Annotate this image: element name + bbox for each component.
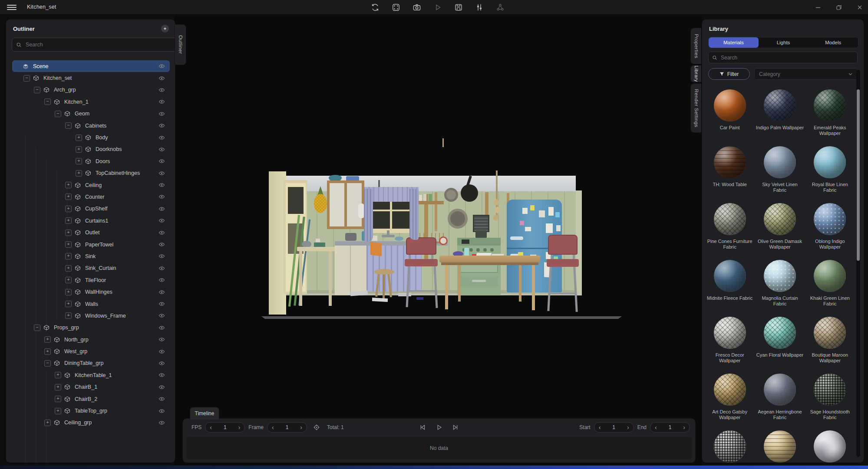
material-item[interactable] — [705, 429, 755, 463]
fps-stepper[interactable]: ‹ 1 › — [205, 422, 245, 433]
chevron-left-icon[interactable]: ‹ — [599, 424, 601, 430]
material-item[interactable]: Art Deco Gatsby Wallpaper — [705, 372, 755, 429]
outliner-row[interactable]: +TopCabinetHinges — [12, 167, 170, 179]
outliner-row[interactable]: −Cabinets — [12, 120, 170, 131]
outliner-row[interactable]: −Kitchen_set — [12, 72, 170, 84]
visibility-eye-icon[interactable] — [158, 348, 165, 355]
visibility-eye-icon[interactable] — [158, 229, 165, 236]
outliner-row[interactable]: Scene — [12, 60, 170, 72]
visibility-eye-icon[interactable] — [158, 98, 165, 105]
expand-toggle[interactable]: + — [65, 277, 72, 283]
library-search-input[interactable] — [720, 54, 854, 61]
material-item[interactable]: Fresco Decor Wallpaper — [705, 315, 755, 372]
chevron-right-icon[interactable]: › — [683, 424, 685, 430]
restore-button[interactable] — [835, 3, 843, 11]
material-item[interactable]: Cyan Floral Wallpaper — [755, 315, 805, 372]
expand-toggle[interactable]: − — [23, 75, 30, 82]
save-icon[interactable] — [454, 3, 463, 12]
frame-stepper[interactable]: ‹ 1 › — [267, 422, 307, 433]
outliner-row[interactable]: +North_grp — [12, 334, 170, 345]
expand-toggle[interactable]: + — [44, 336, 51, 343]
camera-icon[interactable] — [412, 3, 422, 12]
node-graph-icon[interactable] — [495, 3, 505, 12]
expand-toggle[interactable]: + — [44, 348, 51, 355]
material-item[interactable]: Khaki Green Linen Fabric — [805, 259, 855, 315]
tab-render-settings-vertical[interactable]: Render Settings — [690, 83, 702, 133]
outliner-row[interactable]: +Outlet — [12, 226, 170, 238]
expand-toggle[interactable]: + — [76, 158, 82, 164]
visibility-eye-icon[interactable] — [158, 396, 165, 403]
visibility-eye-icon[interactable] — [158, 146, 165, 153]
expand-toggle[interactable]: + — [76, 170, 82, 177]
visibility-eye-icon[interactable] — [158, 182, 165, 189]
start-stepper[interactable]: ‹ 1 › — [594, 422, 634, 433]
library-scrollbar[interactable] — [856, 70, 860, 457]
expand-toggle[interactable]: − — [55, 111, 61, 117]
visibility-eye-icon[interactable] — [158, 86, 165, 93]
visibility-eye-icon[interactable] — [158, 170, 165, 177]
outliner-add-icon[interactable] — [161, 25, 169, 33]
outliner-row[interactable]: +Ceiling — [12, 179, 170, 191]
visibility-eye-icon[interactable] — [158, 253, 165, 260]
skip-to-end-icon[interactable] — [451, 423, 460, 432]
tab-timeline[interactable]: Timeline — [190, 407, 219, 420]
tab-materials[interactable]: Materials — [709, 37, 759, 48]
material-item[interactable]: Boutique Maroon Wallpaper — [805, 315, 855, 372]
minimize-button[interactable] — [814, 3, 822, 11]
visibility-eye-icon[interactable] — [158, 122, 165, 129]
outliner-row[interactable]: −Kitchen_1 — [12, 96, 170, 108]
outliner-search[interactable] — [12, 38, 175, 52]
expand-toggle[interactable]: + — [65, 265, 72, 272]
outliner-row[interactable]: −Props_grp — [12, 322, 170, 334]
expand-toggle[interactable]: + — [55, 372, 61, 378]
expand-toggle[interactable]: + — [65, 289, 72, 295]
expand-toggle[interactable]: − — [44, 360, 51, 367]
visibility-eye-icon[interactable] — [158, 110, 165, 117]
outliner-row[interactable]: +Counter — [12, 191, 170, 203]
material-item[interactable]: Magnolia Curtain Fabric — [755, 259, 805, 315]
visibility-eye-icon[interactable] — [158, 407, 165, 414]
play-icon[interactable] — [434, 423, 444, 432]
visibility-eye-icon[interactable] — [158, 194, 165, 200]
expand-toggle[interactable]: + — [65, 301, 72, 307]
material-item[interactable]: Car Paint — [705, 88, 755, 145]
visibility-eye-icon[interactable] — [158, 75, 165, 82]
current-frame-target-icon[interactable] — [313, 423, 321, 431]
close-button[interactable] — [856, 3, 864, 11]
visibility-eye-icon[interactable] — [158, 372, 165, 379]
outliner-row[interactable]: +Sink — [12, 250, 170, 262]
outliner-row[interactable]: +Walls — [12, 298, 170, 310]
outliner-search-input[interactable] — [25, 41, 174, 48]
expand-toggle[interactable]: + — [65, 182, 72, 188]
material-item[interactable]: TH: Wood Table — [705, 145, 755, 202]
expand-toggle[interactable]: + — [76, 146, 82, 153]
expand-toggle[interactable]: + — [44, 420, 51, 426]
play-icon[interactable] — [433, 3, 442, 12]
visibility-eye-icon[interactable] — [158, 289, 165, 295]
visibility-eye-icon[interactable] — [158, 336, 165, 343]
expand-toggle[interactable]: + — [65, 241, 72, 248]
frame-capture-icon[interactable] — [391, 3, 401, 12]
expand-toggle[interactable]: + — [65, 230, 72, 236]
outliner-row[interactable]: +PaperTowel — [12, 239, 170, 250]
filter-button[interactable]: Filter — [708, 68, 750, 80]
material-item[interactable]: Oblong Indigo Wallpaper — [805, 202, 855, 259]
outliner-row[interactable]: +Windows_Frame — [12, 310, 170, 321]
outliner-row[interactable]: +Curtains1 — [12, 215, 170, 226]
expand-toggle[interactable]: + — [65, 194, 72, 200]
material-item[interactable]: Aegean Herringbone Fabric — [755, 372, 805, 429]
outliner-row[interactable]: +ChairB_1 — [12, 381, 170, 393]
visibility-eye-icon[interactable] — [158, 134, 165, 141]
expand-toggle[interactable]: + — [55, 384, 61, 390]
material-item[interactable]: Sky Velvet Linen Fabric — [755, 145, 805, 202]
visibility-eye-icon[interactable] — [158, 277, 165, 284]
expand-toggle[interactable]: + — [55, 396, 61, 402]
visibility-eye-icon[interactable] — [158, 158, 165, 165]
outliner-row[interactable]: +Doorknobs — [12, 144, 170, 155]
sync-icon[interactable] — [370, 3, 380, 12]
expand-toggle[interactable]: − — [34, 87, 40, 93]
outliner-row[interactable]: +Doors — [12, 155, 170, 167]
outliner-row[interactable]: +West_grp — [12, 345, 170, 357]
expand-toggle[interactable]: + — [65, 217, 72, 224]
outliner-row[interactable]: +ChairB_2 — [12, 393, 170, 405]
